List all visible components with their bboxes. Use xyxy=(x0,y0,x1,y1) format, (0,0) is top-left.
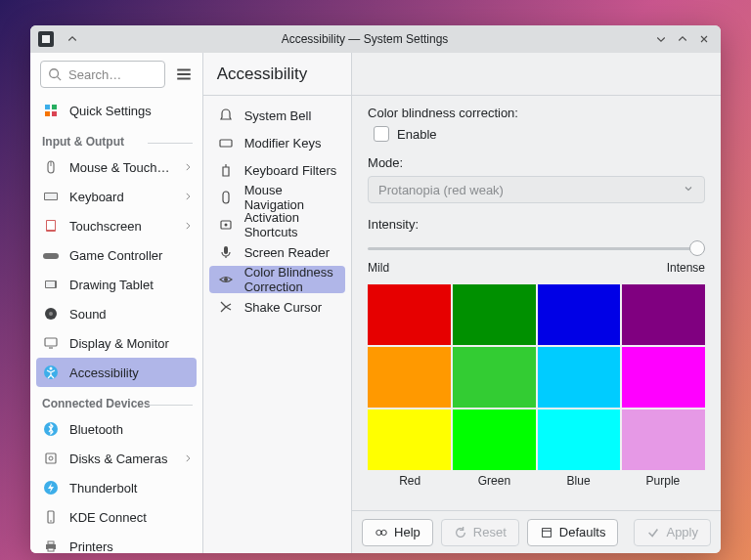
apply-button: Apply xyxy=(634,519,711,546)
settings-window: Accessibility — System Settings Quick Se… xyxy=(30,25,721,553)
subnav-item-keyboard-filters[interactable]: Keyboard Filters xyxy=(209,156,345,184)
close-icon[interactable] xyxy=(695,30,713,48)
svg-rect-8 xyxy=(45,194,57,199)
subnav-item-label: Keyboard Filters xyxy=(244,163,337,178)
sidebar-item-sound[interactable]: Sound xyxy=(30,299,202,328)
bell-icon xyxy=(217,107,235,124)
color-swatch xyxy=(453,284,536,345)
enable-checkbox[interactable] xyxy=(374,126,389,142)
swatch-label: Blue xyxy=(537,474,621,488)
main-panel: Color blindness correction: Enable Mode:… xyxy=(352,53,721,553)
sidebar-item-thunderbolt[interactable]: Thunderbolt xyxy=(30,473,202,502)
svg-point-35 xyxy=(381,530,386,535)
intensity-slider[interactable] xyxy=(368,237,705,259)
sidebar-item-label: Drawing Tablet xyxy=(69,278,193,292)
app-icon xyxy=(38,31,54,47)
mode-combo[interactable]: Protanopia (red weak) xyxy=(368,176,705,203)
reset-button: Reset xyxy=(441,519,519,546)
sidebar-item-label: Thunderbolt xyxy=(69,481,193,495)
svg-rect-29 xyxy=(223,192,229,203)
svg-rect-27 xyxy=(48,548,54,551)
svg-point-0 xyxy=(50,69,59,78)
sidebar-item-printers[interactable]: Printers xyxy=(30,532,202,553)
color-swatch xyxy=(453,347,536,408)
mic-icon xyxy=(217,243,235,261)
subnav-item-activation-shortcuts[interactable]: Activation Shortcuts xyxy=(209,211,345,238)
display-icon xyxy=(42,334,60,352)
subnav-item-mouse-navigation[interactable]: Mouse Navigation xyxy=(209,184,345,211)
color-swatch xyxy=(622,409,705,470)
sidebar-item-label: Game Controller xyxy=(69,248,193,263)
color-swatch xyxy=(538,284,621,345)
button-bar: Help Reset Defaults Apply xyxy=(352,510,721,553)
color-swatch xyxy=(368,409,451,470)
chevron-right-icon xyxy=(183,219,193,234)
sidebar-item-accessibility[interactable]: Accessibility xyxy=(36,358,197,387)
subnav-title: Accessibility xyxy=(203,53,351,96)
svg-rect-12 xyxy=(46,281,55,287)
sidebar-item-kde-connect[interactable]: KDE Connect xyxy=(30,502,202,532)
sidebar-item-mouse-touchpad[interactable]: Mouse & Touchpad xyxy=(30,152,202,182)
slider-thumb[interactable] xyxy=(689,240,705,256)
subnav-item-modifier-keys[interactable]: Modifier Keys xyxy=(209,129,345,156)
minimize-icon[interactable] xyxy=(652,30,670,48)
svg-rect-36 xyxy=(542,528,551,537)
subnav-item-screen-reader[interactable]: Screen Reader xyxy=(209,238,345,266)
printer-icon xyxy=(42,538,60,553)
svg-rect-3 xyxy=(45,111,50,116)
sidebar-item-disks-cameras[interactable]: Disks & Cameras xyxy=(30,444,202,473)
subnav-item-system-bell[interactable]: System Bell xyxy=(209,102,345,129)
subnav-item-shake-cursor[interactable]: Shake Cursor xyxy=(209,293,345,321)
color-swatch xyxy=(538,347,621,408)
sidebar-item-quick-settings[interactable]: Quick Settings xyxy=(30,96,202,125)
disks-icon xyxy=(42,450,60,467)
subnav-item-label: Modifier Keys xyxy=(244,136,322,151)
search-icon xyxy=(48,67,62,84)
subnav-item-label: System Bell xyxy=(244,108,312,123)
intensity-label: Intensity: xyxy=(368,217,705,232)
bluetooth-icon xyxy=(42,420,60,438)
sidebar-item-label: Disks & Cameras xyxy=(69,452,173,466)
subnav: Accessibility System BellModifier KeysKe… xyxy=(203,53,352,553)
subnav-item-label: Mouse Navigation xyxy=(244,183,337,212)
svg-rect-32 xyxy=(224,246,228,254)
svg-point-21 xyxy=(49,456,53,460)
sidebar-item-display-monitor[interactable]: Display & Monitor xyxy=(30,328,202,358)
accessibility-icon xyxy=(42,364,60,381)
svg-point-18 xyxy=(50,367,53,370)
correction-label: Color blindness correction: xyxy=(368,106,705,120)
color-swatch xyxy=(453,409,536,470)
sidebar-item-bluetooth[interactable]: Bluetooth xyxy=(30,414,202,444)
thunderbolt-icon xyxy=(42,479,60,496)
subnav-item-label: Shake Cursor xyxy=(244,300,322,315)
help-button[interactable]: Help xyxy=(362,519,433,546)
svg-rect-2 xyxy=(52,105,57,109)
modifier-icon xyxy=(217,134,235,151)
pin-icon[interactable] xyxy=(64,30,81,48)
subnav-item-label: Screen Reader xyxy=(244,245,330,260)
swatch-label: Purple xyxy=(621,474,705,488)
sidebar-item-drawing-tablet[interactable]: Drawing Tablet xyxy=(30,270,202,299)
sound-icon xyxy=(42,305,60,323)
maximize-icon[interactable] xyxy=(674,30,691,48)
color-swatch-grid xyxy=(368,284,705,470)
defaults-button[interactable]: Defaults xyxy=(527,519,619,546)
sidebar-item-label: Accessibility xyxy=(69,366,193,380)
chevron-right-icon xyxy=(183,190,193,204)
sidebar-item-label: KDE Connect xyxy=(69,510,193,525)
svg-point-24 xyxy=(50,520,52,522)
svg-point-33 xyxy=(224,278,228,281)
chevron-right-icon xyxy=(183,452,193,466)
intense-label: Intense xyxy=(667,261,705,275)
subnav-item-color-blindness-correction[interactable]: Color Blindness Correction xyxy=(209,266,345,293)
svg-point-14 xyxy=(49,312,53,316)
sidebar-item-touchscreen[interactable]: Touchscreen xyxy=(30,211,202,240)
sidebar-item-label: Keyboard xyxy=(69,190,173,204)
sidebar-item-keyboard[interactable]: Keyboard xyxy=(30,182,202,211)
sidebar-item-game-controller[interactable]: Game Controller xyxy=(30,240,202,270)
menu-button[interactable] xyxy=(173,64,195,85)
svg-point-34 xyxy=(376,530,381,535)
svg-rect-20 xyxy=(46,453,56,463)
sidebar-item-label: Bluetooth xyxy=(69,422,193,437)
sidebar-item-label: Touchscreen xyxy=(69,219,173,234)
